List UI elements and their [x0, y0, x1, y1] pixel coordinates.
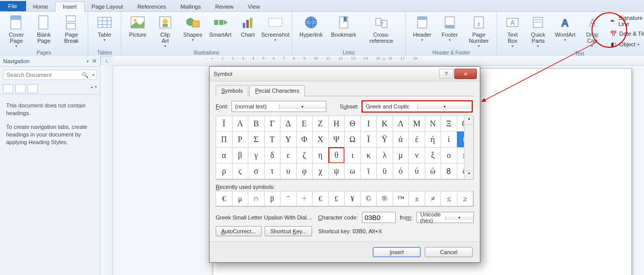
symbol-cell[interactable]: Α — [232, 116, 249, 132]
symbol-cell[interactable]: ψ — [328, 163, 345, 179]
recent-symbol-cell[interactable]: ˆ — [280, 191, 297, 206]
chevron-down-icon[interactable]: ▾ — [417, 104, 472, 109]
tab-insert[interactable]: Insert — [55, 2, 85, 12]
close-icon[interactable]: ✕ — [92, 58, 97, 65]
chevron-down-icon[interactable]: ▾ — [445, 215, 474, 220]
symbol-cell[interactable]: Θ — [344, 116, 361, 132]
recent-symbol-cell[interactable]: ∩ — [248, 191, 265, 206]
symbol-cell[interactable]: λ — [376, 147, 393, 163]
symbol-cell[interactable]: ό — [393, 163, 409, 179]
bookmark-button[interactable]: Bookmark — [328, 13, 359, 38]
ruler-corner[interactable]: L — [100, 56, 114, 66]
close-button[interactable]: ✕ — [454, 69, 477, 79]
symbol-cell[interactable]: ς — [232, 163, 249, 179]
header-button[interactable]: Header▾ — [409, 13, 435, 43]
tab-mailings[interactable]: Mailings — [173, 2, 208, 11]
tab-references[interactable]: References — [130, 2, 173, 11]
symbol-cell[interactable]: Π — [216, 131, 233, 148]
recent-symbol-cell[interactable]: ™ — [393, 191, 409, 206]
recent-symbol-cell[interactable]: € — [312, 191, 329, 206]
drop-cap-button[interactable]: ADropCap▾ — [580, 13, 604, 49]
date-time-button[interactable]: 📅Date & Time — [607, 29, 644, 39]
ruler-vertical[interactable] — [100, 65, 113, 275]
quick-parts-button[interactable]: QuickParts▾ — [526, 13, 550, 49]
symbol-cell[interactable]: Φ — [296, 131, 313, 148]
recent-symbol-cell[interactable]: ± — [408, 191, 425, 206]
page-break-button[interactable]: PageBreak — [58, 13, 85, 44]
shortcut-key-button[interactable]: Shortcut Key... — [265, 226, 312, 236]
chevron-down-icon[interactable]: ▾ — [279, 104, 326, 109]
search-box[interactable]: 🔍 ▾ — [3, 70, 97, 80]
symbol-cell[interactable]: ω — [344, 163, 361, 179]
symbol-cell[interactable]: Ϋ — [376, 131, 393, 148]
symbol-cell[interactable]: ϐ — [441, 163, 457, 179]
search-icon[interactable]: 🔍 — [80, 72, 90, 78]
recent-symbol-cell[interactable]: ® — [376, 191, 393, 206]
blank-page-button[interactable]: BlankPage — [31, 13, 57, 44]
symbol-cell[interactable]: Μ — [408, 116, 425, 132]
symbol-cell[interactable]: ϊ — [360, 163, 377, 179]
symbol-cell[interactable]: ύ — [408, 163, 425, 179]
symbol-cell[interactable]: Κ — [376, 116, 393, 132]
symbol-cell[interactable]: ε — [280, 147, 297, 163]
recent-symbol-cell[interactable]: € — [216, 191, 233, 206]
scrollbar[interactable]: ▴▾ — [464, 116, 473, 179]
symbol-cell[interactable]: Ι — [360, 116, 377, 132]
symbol-cell[interactable]: μ — [393, 147, 409, 163]
nav-view-pages[interactable] — [15, 84, 25, 93]
symbol-cell[interactable]: ι — [344, 147, 361, 163]
tab-view[interactable]: View — [241, 2, 267, 11]
symbol-cell[interactable]: β — [232, 147, 249, 163]
char-code-input[interactable] — [362, 212, 396, 223]
symbol-cell[interactable]: Ψ — [328, 131, 345, 148]
recent-symbol-cell[interactable]: £ — [328, 191, 345, 206]
symbol-cell[interactable]: ζ — [296, 147, 313, 163]
from-combo[interactable]: Unicode (hex)▾ — [417, 212, 474, 223]
symbol-cell[interactable]: ο — [441, 147, 457, 163]
symbol-cell[interactable]: Τ — [264, 131, 281, 148]
footer-button[interactable]: Footer▾ — [436, 13, 463, 43]
symbol-cell[interactable]: Χ — [312, 131, 329, 148]
symbol-cell[interactable]: σ — [248, 163, 265, 179]
recent-symbol-cell[interactable]: ≥ — [457, 191, 474, 206]
symbol-cell[interactable]: Η — [328, 116, 345, 132]
symbol-cell[interactable]: ά — [393, 131, 409, 148]
symbol-cell[interactable]: ή — [425, 131, 442, 148]
wordart-button[interactable]: AWordArt▾ — [552, 13, 579, 43]
symbol-cell[interactable]: θ — [328, 147, 345, 163]
recent-symbol-cell[interactable]: ≠ — [425, 191, 442, 206]
symbol-cell[interactable]: ώ — [425, 163, 442, 179]
table-button[interactable]: Table▾ — [91, 13, 118, 43]
symbol-cell[interactable]: Ï — [216, 116, 233, 132]
text-box-button[interactable]: ATextBox▾ — [500, 13, 525, 49]
tab-page-layout[interactable]: Page Layout — [85, 2, 131, 11]
symbol-cell[interactable]: ν — [408, 147, 425, 163]
symbol-cell[interactable]: Γ — [264, 116, 281, 132]
recent-symbol-cell[interactable]: ÷ — [296, 191, 313, 206]
nav-view-results[interactable] — [28, 84, 38, 93]
symbol-cell[interactable]: ξ — [425, 147, 442, 163]
screenshot-button[interactable]: Screenshot▾ — [262, 13, 289, 43]
symbol-cell[interactable]: Ε — [296, 116, 313, 132]
insert-button[interactable]: Insert — [373, 247, 421, 257]
cancel-button[interactable]: Cancel — [425, 247, 473, 257]
symbol-cell[interactable]: ϋ — [376, 163, 393, 179]
recent-symbol-cell[interactable]: μ — [232, 191, 249, 206]
symbol-cell[interactable]: τ — [264, 163, 281, 179]
symbol-cell[interactable]: Ρ — [232, 131, 249, 148]
cross-reference-button[interactable]: Cross-reference — [360, 13, 402, 44]
symbol-cell[interactable]: Β — [248, 116, 265, 132]
symbol-cell[interactable]: η — [312, 147, 329, 163]
symbol-cell[interactable]: δ — [264, 147, 281, 163]
symbol-cell[interactable]: κ — [360, 147, 377, 163]
smartart-button[interactable]: SmartArt — [207, 13, 234, 38]
dialog-titlebar[interactable]: Symbol ? ✕ — [210, 67, 480, 81]
symbol-cell[interactable]: Ξ — [441, 116, 457, 132]
chart-button[interactable]: Chart — [235, 13, 261, 38]
signature-line-button[interactable]: ✒Signature Line▾ — [607, 14, 644, 28]
symbol-cell[interactable]: Υ — [280, 131, 297, 148]
symbol-cell[interactable]: ρ — [216, 163, 233, 179]
symbol-cell[interactable]: ί — [441, 131, 457, 148]
search-input[interactable] — [4, 70, 80, 79]
tab-file[interactable]: File — [0, 1, 26, 11]
